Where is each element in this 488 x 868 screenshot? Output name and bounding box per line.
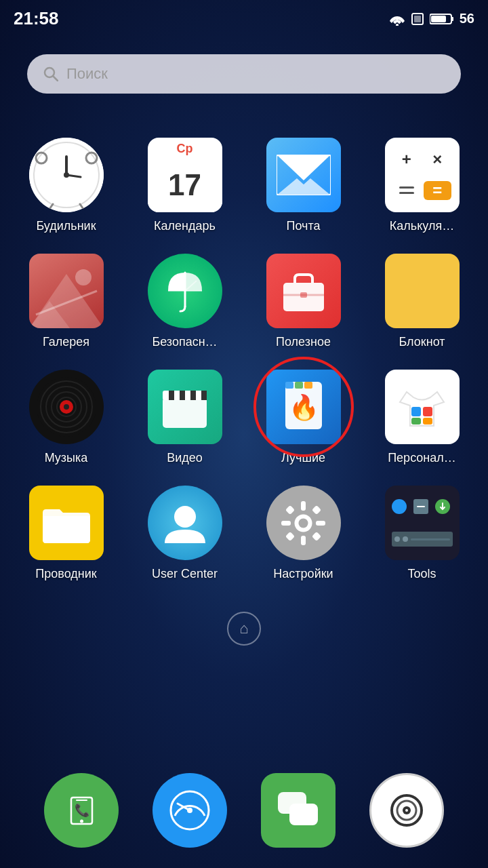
dock-camera[interactable] [369, 773, 444, 848]
security-label: Безопасн… [152, 335, 217, 349]
camera-icon [386, 790, 427, 831]
settings-icon [266, 486, 341, 560]
alarm-label: Будильник [36, 219, 96, 233]
svg-rect-52 [411, 407, 421, 416]
phone-icon: 📞 [63, 792, 100, 829]
top-icon-container: 🔥 [266, 370, 341, 444]
svg-rect-2 [414, 16, 421, 22]
svg-text:🔥: 🔥 [288, 393, 319, 422]
notebook-label: Блокнот [399, 335, 445, 349]
personal-label: Персонал… [388, 451, 456, 465]
svg-marker-18 [277, 155, 331, 180]
app-gallery[interactable]: Галерея [7, 243, 125, 359]
sim-icon [411, 12, 424, 26]
calculator-icon: + × = [385, 138, 460, 212]
mail-icon [266, 138, 341, 212]
wifi-icon [389, 12, 405, 26]
browser-icon [169, 790, 210, 831]
app-usercenter[interactable]: User Center [125, 475, 244, 591]
svg-rect-59 [301, 501, 306, 511]
mail-label: Почта [287, 219, 321, 233]
svg-rect-44 [180, 391, 185, 400]
personal-icon [385, 370, 460, 444]
svg-point-56 [174, 506, 196, 528]
svg-line-7 [53, 76, 58, 81]
svg-point-79 [405, 809, 408, 812]
svg-rect-54 [411, 418, 421, 425]
search-icon [43, 66, 58, 81]
app-settings[interactable]: Настройки [244, 475, 363, 591]
svg-rect-60 [301, 536, 306, 545]
calendar-icon: Ср 17 [148, 138, 222, 212]
video-label: Видео [167, 451, 203, 465]
dock-browser[interactable] [152, 773, 227, 848]
svg-point-58 [299, 518, 308, 528]
svg-rect-64 [312, 505, 321, 514]
svg-rect-55 [423, 418, 432, 425]
svg-rect-62 [316, 521, 325, 526]
dock-chat[interactable] [261, 773, 336, 848]
tools-icon [385, 486, 460, 560]
svg-rect-63 [285, 505, 295, 514]
useful-icon [266, 254, 341, 328]
svg-rect-72 [289, 804, 318, 825]
app-security[interactable]: Безопасн… [125, 243, 244, 359]
chat-icon [274, 789, 322, 833]
svg-rect-61 [281, 521, 291, 526]
calendar-day-name: Ср [177, 142, 193, 155]
svg-rect-45 [190, 391, 196, 400]
svg-marker-73 [278, 814, 288, 823]
app-tools[interactable]: Tools [363, 475, 481, 591]
home-button[interactable]: ⌂ [227, 612, 261, 646]
app-notebook[interactable]: Блокнот [363, 243, 481, 359]
music-label: Музыка [45, 451, 88, 465]
app-calendar[interactable]: Ср 17 Календарь [125, 127, 244, 243]
dock-phone[interactable]: 📞 [44, 773, 119, 848]
app-personal[interactable]: Персонал… [363, 359, 481, 475]
app-explorer[interactable]: Проводник [7, 475, 125, 591]
gallery-label: Галерея [43, 335, 89, 349]
app-useful[interactable]: Полезное [244, 243, 363, 359]
search-bar[interactable]: Поиск [27, 54, 461, 94]
app-music[interactable]: Музыка [7, 359, 125, 475]
svg-rect-65 [285, 531, 295, 540]
status-icons: 56 [389, 11, 474, 26]
app-top[interactable]: 🔥 Лучшие [244, 359, 363, 475]
svg-marker-74 [306, 825, 319, 833]
settings-label: Настройки [273, 567, 333, 581]
svg-point-70 [187, 808, 192, 813]
calendar-day-number: 17 [168, 168, 201, 202]
notebook-icon [385, 254, 460, 328]
home-indicator[interactable]: ⌂ [0, 605, 488, 652]
usercenter-icon [148, 486, 222, 560]
video-icon [148, 370, 222, 444]
svg-rect-41 [163, 397, 207, 428]
calculator-label: Калькуля… [390, 219, 454, 233]
alarm-icon [29, 138, 104, 212]
svg-rect-4 [451, 17, 453, 21]
svg-marker-20 [277, 178, 331, 195]
top-icon: 🔥 [266, 370, 341, 444]
app-calculator[interactable]: + × = Калькуля… [363, 127, 481, 243]
battery-level: 56 [460, 11, 474, 26]
svg-rect-46 [201, 391, 207, 400]
app-video[interactable]: Видео [125, 359, 244, 475]
svg-point-24 [75, 269, 92, 285]
search-container: Поиск [0, 41, 488, 107]
svg-point-12 [64, 172, 69, 178]
top-label: Лучшие [281, 451, 325, 465]
calendar-label: Календарь [154, 219, 216, 233]
svg-rect-53 [423, 407, 432, 416]
battery-icon [430, 13, 454, 25]
app-grid: Будильник Ср 17 Календарь Почта [0, 114, 488, 605]
svg-point-40 [64, 404, 69, 410]
status-bar: 21:58 56 [0, 0, 488, 34]
tools-label: Tools [407, 567, 436, 581]
security-icon [148, 254, 222, 328]
app-alarm[interactable]: Будильник [7, 127, 125, 243]
app-mail[interactable]: Почта [244, 127, 363, 243]
useful-label: Полезное [276, 335, 331, 349]
gallery-icon [29, 254, 104, 328]
svg-rect-43 [169, 391, 174, 400]
svg-text:📞: 📞 [74, 803, 89, 818]
